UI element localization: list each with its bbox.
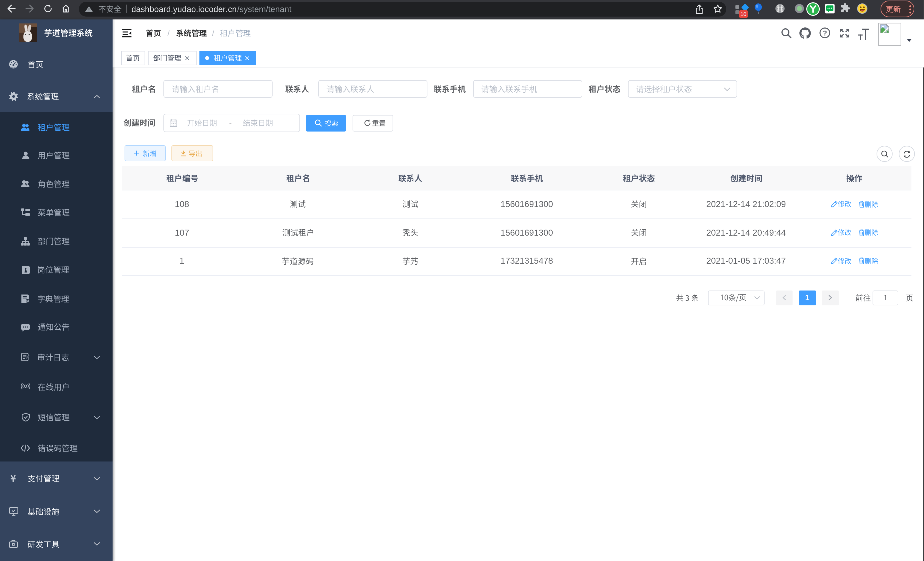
svg-text:10: 10	[740, 11, 746, 17]
